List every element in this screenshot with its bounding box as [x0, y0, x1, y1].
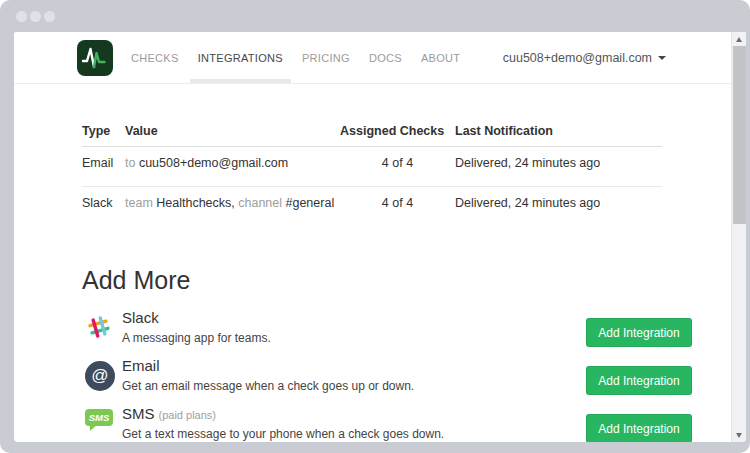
value-text: #general	[286, 196, 335, 210]
add-more-heading: Add More	[82, 266, 692, 295]
integration-description: A messaging app for teams.	[122, 331, 586, 345]
window-control-dot[interactable]	[30, 11, 41, 22]
integration-info: Email Get an email message when a check …	[122, 355, 586, 398]
integration-description: Get a text message to your phone when a …	[122, 427, 586, 441]
integrations-table: Type Value Assigned Checks Last Notifica…	[82, 124, 662, 226]
account-menu[interactable]: cuu508+demo@gmail.com	[503, 51, 666, 65]
account-email: cuu508+demo@gmail.com	[503, 51, 652, 65]
value-label: to	[125, 156, 139, 170]
cell-type: Slack	[82, 187, 125, 227]
nav-links: CHECKS INTEGRATIONS PRICING DOCS ABOUT	[131, 32, 460, 83]
integration-plan-note: (paid plans)	[159, 409, 216, 421]
nav-checks[interactable]: CHECKS	[131, 32, 179, 83]
window-control-dot[interactable]	[44, 11, 55, 22]
scrollbar	[731, 32, 746, 442]
triangle-up-icon	[736, 37, 742, 42]
scrollbar-up-arrow[interactable]	[732, 32, 746, 46]
add-integration-button[interactable]: Add Integration	[586, 366, 692, 395]
email-icon: @	[85, 361, 115, 391]
caret-down-icon	[658, 56, 666, 60]
scrollbar-thumb[interactable]	[733, 46, 746, 224]
cell-type: Email	[82, 147, 125, 187]
sms-icon-box: SMS	[82, 403, 122, 442]
add-integration-button[interactable]: Add Integration	[586, 414, 692, 442]
value-text: cuu508+demo@gmail.com	[139, 156, 288, 170]
col-header-value: Value	[125, 124, 340, 147]
nav-docs[interactable]: DOCS	[369, 32, 402, 83]
integration-info: SMS(paid plans) Get a text message to yo…	[122, 403, 586, 442]
sms-icon-label: SMS	[85, 409, 113, 426]
value-label: team	[125, 196, 156, 210]
integration-name: SMS	[122, 405, 155, 422]
page-content: Type Value Assigned Checks Last Notifica…	[14, 84, 746, 442]
window-control-dot[interactable]	[16, 11, 27, 22]
integration-title: Email	[122, 357, 586, 374]
app-window: CHECKS INTEGRATIONS PRICING DOCS ABOUT c…	[14, 32, 746, 442]
col-header-assigned-checks: Assigned Checks	[340, 124, 455, 147]
scrollbar-down-arrow[interactable]	[732, 428, 746, 442]
cell-assigned-checks: 4 of 4	[340, 147, 455, 187]
table-row: Slack team Healthchecks, channel #genera…	[82, 187, 662, 227]
table-row: Email to cuu508+demo@gmail.com 4 of 4 De…	[82, 147, 662, 187]
cell-last-notification: Delivered, 24 minutes ago	[455, 147, 662, 187]
cell-assigned-checks: 4 of 4	[340, 187, 455, 227]
integration-row-email: @ Email Get an email message when a chec…	[82, 355, 692, 398]
email-icon-box: @	[82, 355, 122, 398]
triangle-down-icon	[736, 433, 742, 438]
col-header-last-notification: Last Notification	[455, 124, 662, 147]
col-header-type: Type	[82, 124, 125, 147]
integration-title: Slack	[122, 309, 586, 326]
browser-mockup: CHECKS INTEGRATIONS PRICING DOCS ABOUT c…	[0, 0, 750, 453]
slack-icon-box	[82, 307, 122, 350]
integration-row-slack: Slack A messaging app for teams. Add Int…	[82, 307, 692, 350]
healthchecks-logo[interactable]	[77, 40, 113, 76]
window-controls	[16, 11, 55, 22]
add-integration-button[interactable]: Add Integration	[586, 318, 692, 347]
integration-info: Slack A messaging app for teams.	[122, 307, 586, 350]
integration-row-sms: SMS SMS(paid plans) Get a text message t…	[82, 403, 692, 442]
slack-icon	[85, 313, 113, 341]
nav-integrations[interactable]: INTEGRATIONS	[198, 32, 283, 83]
integration-description: Get an email message when a check goes u…	[122, 379, 586, 393]
nav-pricing[interactable]: PRICING	[302, 32, 350, 83]
sms-icon-tail	[90, 425, 97, 431]
value-text: Healthchecks,	[156, 196, 238, 210]
value-label: channel	[238, 196, 285, 210]
cell-value: team Healthchecks, channel #general	[125, 187, 340, 227]
cell-value: to cuu508+demo@gmail.com	[125, 147, 340, 187]
sms-icon: SMS	[85, 409, 113, 433]
cell-last-notification: Delivered, 24 minutes ago	[455, 187, 662, 227]
nav-about[interactable]: ABOUT	[421, 32, 460, 83]
navbar: CHECKS INTEGRATIONS PRICING DOCS ABOUT c…	[14, 32, 746, 84]
table-header-row: Type Value Assigned Checks Last Notifica…	[82, 124, 662, 147]
integration-title: SMS(paid plans)	[122, 405, 586, 422]
